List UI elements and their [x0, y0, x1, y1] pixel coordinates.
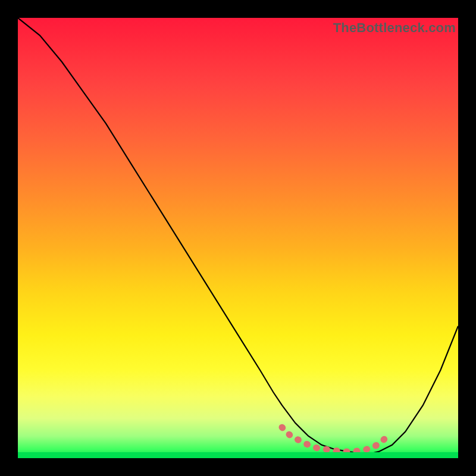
baseline-green-bar: [18, 452, 458, 458]
chart-frame: TheBottleneck.com: [18, 18, 458, 458]
heat-gradient-background: [18, 18, 458, 458]
watermark-text: TheBottleneck.com: [333, 20, 456, 36]
plot-area: TheBottleneck.com: [18, 18, 458, 458]
